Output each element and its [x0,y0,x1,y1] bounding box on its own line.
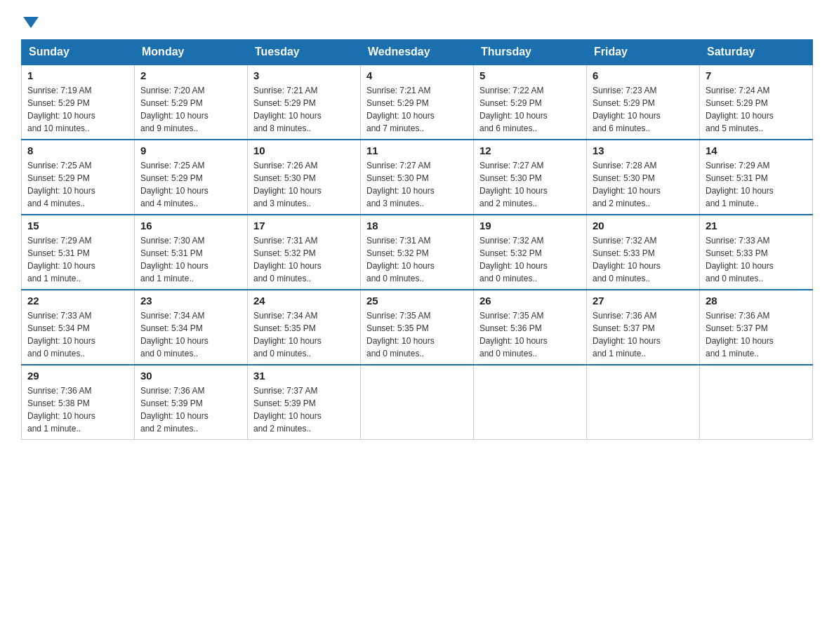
day-number: 23 [140,295,241,307]
day-number: 27 [593,295,694,307]
day-detail: Sunrise: 7:26 AMSunset: 5:30 PMDaylight:… [253,159,355,210]
week-row-5: 29Sunrise: 7:36 AMSunset: 5:38 PMDayligh… [22,365,813,440]
day-number: 29 [27,370,128,382]
calendar-cell [361,365,474,440]
day-detail: Sunrise: 7:32 AMSunset: 5:33 PMDaylight:… [593,234,694,285]
calendar-cell: 15Sunrise: 7:29 AMSunset: 5:31 PMDayligh… [22,215,135,290]
day-number: 11 [366,145,468,156]
day-number: 17 [253,220,355,232]
calendar-cell: 12Sunrise: 7:27 AMSunset: 5:30 PMDayligh… [474,140,587,215]
calendar-cell [474,365,587,440]
calendar-cell: 28Sunrise: 7:36 AMSunset: 5:37 PMDayligh… [700,290,813,365]
day-detail: Sunrise: 7:31 AMSunset: 5:32 PMDaylight:… [366,234,468,285]
day-detail: Sunrise: 7:34 AMSunset: 5:34 PMDaylight:… [140,309,241,360]
calendar-cell: 7Sunrise: 7:24 AMSunset: 5:29 PMDaylight… [700,65,813,140]
day-detail: Sunrise: 7:21 AMSunset: 5:29 PMDaylight:… [253,84,355,135]
day-number: 12 [479,145,581,156]
calendar-cell: 10Sunrise: 7:26 AMSunset: 5:30 PMDayligh… [248,140,361,215]
day-detail: Sunrise: 7:24 AMSunset: 5:29 PMDaylight:… [706,84,807,135]
calendar-header: SundayMondayTuesdayWednesdayThursdayFrid… [22,40,813,65]
calendar-cell: 25Sunrise: 7:35 AMSunset: 5:35 PMDayligh… [361,290,474,365]
day-detail: Sunrise: 7:28 AMSunset: 5:30 PMDaylight:… [593,159,694,210]
day-detail: Sunrise: 7:32 AMSunset: 5:32 PMDaylight:… [479,234,581,285]
header-sunday: Sunday [22,40,135,65]
calendar-cell: 2Sunrise: 7:20 AMSunset: 5:29 PMDaylight… [135,65,248,140]
day-detail: Sunrise: 7:23 AMSunset: 5:29 PMDaylight:… [593,84,694,135]
day-detail: Sunrise: 7:37 AMSunset: 5:39 PMDaylight:… [253,384,355,435]
day-detail: Sunrise: 7:25 AMSunset: 5:29 PMDaylight:… [27,159,128,210]
day-detail: Sunrise: 7:33 AMSunset: 5:34 PMDaylight:… [27,309,128,360]
day-number: 4 [366,69,468,81]
day-detail: Sunrise: 7:25 AMSunset: 5:29 PMDaylight:… [140,159,241,210]
day-number: 15 [27,220,128,232]
day-detail: Sunrise: 7:34 AMSunset: 5:35 PMDaylight:… [253,309,355,360]
day-number: 8 [27,145,128,156]
calendar-cell: 5Sunrise: 7:22 AMSunset: 5:29 PMDaylight… [474,65,587,140]
day-detail: Sunrise: 7:35 AMSunset: 5:35 PMDaylight:… [366,309,468,360]
header-friday: Friday [587,40,700,65]
day-number: 20 [593,220,694,232]
day-number: 21 [706,220,807,232]
calendar-cell: 19Sunrise: 7:32 AMSunset: 5:32 PMDayligh… [474,215,587,290]
day-number: 10 [253,145,355,156]
day-detail: Sunrise: 7:19 AMSunset: 5:29 PMDaylight:… [27,84,128,135]
calendar-cell: 4Sunrise: 7:21 AMSunset: 5:29 PMDaylight… [361,65,474,140]
header-thursday: Thursday [474,40,587,65]
day-number: 3 [253,69,355,81]
calendar-cell: 24Sunrise: 7:34 AMSunset: 5:35 PMDayligh… [248,290,361,365]
header-saturday: Saturday [700,40,813,65]
week-row-4: 22Sunrise: 7:33 AMSunset: 5:34 PMDayligh… [22,290,813,365]
day-number: 13 [593,145,694,156]
day-number: 18 [366,220,468,232]
day-detail: Sunrise: 7:31 AMSunset: 5:32 PMDaylight:… [253,234,355,285]
calendar-cell: 17Sunrise: 7:31 AMSunset: 5:32 PMDayligh… [248,215,361,290]
calendar-cell: 20Sunrise: 7:32 AMSunset: 5:33 PMDayligh… [587,215,700,290]
day-detail: Sunrise: 7:21 AMSunset: 5:29 PMDaylight:… [366,84,468,135]
day-number: 25 [366,295,468,307]
day-detail: Sunrise: 7:20 AMSunset: 5:29 PMDaylight:… [140,84,241,135]
header-tuesday: Tuesday [248,40,361,65]
logo-triangle-icon [23,17,39,28]
day-number: 6 [593,69,694,81]
calendar-cell: 6Sunrise: 7:23 AMSunset: 5:29 PMDaylight… [587,65,700,140]
calendar-cell: 13Sunrise: 7:28 AMSunset: 5:30 PMDayligh… [587,140,700,215]
week-row-3: 15Sunrise: 7:29 AMSunset: 5:31 PMDayligh… [22,215,813,290]
day-number: 30 [140,370,241,382]
day-number: 26 [479,295,581,307]
calendar-cell: 3Sunrise: 7:21 AMSunset: 5:29 PMDaylight… [248,65,361,140]
day-number: 7 [706,69,807,81]
calendar-cell: 16Sunrise: 7:30 AMSunset: 5:31 PMDayligh… [135,215,248,290]
day-detail: Sunrise: 7:29 AMSunset: 5:31 PMDaylight:… [27,234,128,285]
calendar-cell: 9Sunrise: 7:25 AMSunset: 5:29 PMDaylight… [135,140,248,215]
day-number: 2 [140,69,241,81]
week-row-2: 8Sunrise: 7:25 AMSunset: 5:29 PMDaylight… [22,140,813,215]
day-number: 22 [27,295,128,307]
calendar-cell [700,365,813,440]
day-number: 28 [706,295,807,307]
calendar-cell: 8Sunrise: 7:25 AMSunset: 5:29 PMDaylight… [22,140,135,215]
page-header [21,14,813,25]
calendar-cell: 27Sunrise: 7:36 AMSunset: 5:37 PMDayligh… [587,290,700,365]
day-number: 19 [479,220,581,232]
day-number: 9 [140,145,241,156]
day-detail: Sunrise: 7:36 AMSunset: 5:38 PMDaylight:… [27,384,128,435]
calendar-cell: 18Sunrise: 7:31 AMSunset: 5:32 PMDayligh… [361,215,474,290]
day-number: 5 [479,69,581,81]
calendar-cell: 1Sunrise: 7:19 AMSunset: 5:29 PMDaylight… [22,65,135,140]
day-number: 14 [706,145,807,156]
day-detail: Sunrise: 7:36 AMSunset: 5:37 PMDaylight:… [593,309,694,360]
calendar-cell: 22Sunrise: 7:33 AMSunset: 5:34 PMDayligh… [22,290,135,365]
day-detail: Sunrise: 7:36 AMSunset: 5:37 PMDaylight:… [706,309,807,360]
header-monday: Monday [135,40,248,65]
calendar-cell: 14Sunrise: 7:29 AMSunset: 5:31 PMDayligh… [700,140,813,215]
calendar-cell: 30Sunrise: 7:36 AMSunset: 5:39 PMDayligh… [135,365,248,440]
calendar-table: SundayMondayTuesdayWednesdayThursdayFrid… [21,39,813,440]
day-detail: Sunrise: 7:27 AMSunset: 5:30 PMDaylight:… [479,159,581,210]
calendar-cell: 29Sunrise: 7:36 AMSunset: 5:38 PMDayligh… [22,365,135,440]
calendar-cell [587,365,700,440]
day-number: 31 [253,370,355,382]
week-row-1: 1Sunrise: 7:19 AMSunset: 5:29 PMDaylight… [22,65,813,140]
day-detail: Sunrise: 7:29 AMSunset: 5:31 PMDaylight:… [706,159,807,210]
day-number: 24 [253,295,355,307]
calendar-cell: 31Sunrise: 7:37 AMSunset: 5:39 PMDayligh… [248,365,361,440]
